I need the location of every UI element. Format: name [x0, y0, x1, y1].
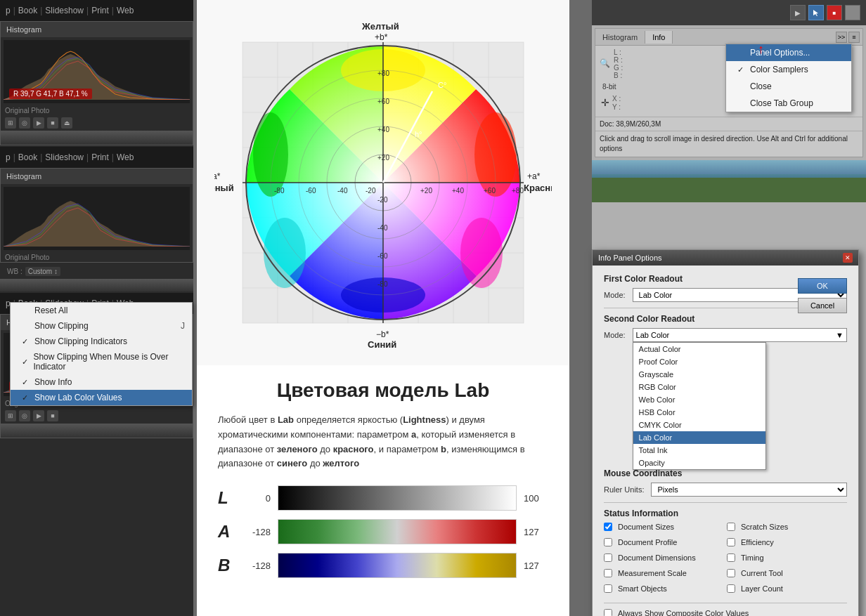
cb-doc-sizes-input[interactable] [604, 523, 612, 531]
nav-item-p2[interactable]: p [6, 152, 11, 162]
cb-scratch-sizes-label: Scratch Sizes [741, 523, 788, 531]
play-icon[interactable]: ▶ [33, 117, 44, 129]
cancel-button[interactable]: Cancel [798, 298, 847, 313]
menu-close[interactable]: Close [726, 78, 851, 95]
left-panel: p | Book | Slideshow | Print | Web Histo… [0, 0, 193, 616]
option-hsb-color[interactable]: HSB Color [633, 406, 765, 419]
cb-current-tool-input[interactable] [727, 569, 735, 577]
lab-track-B [278, 553, 517, 578]
cb-timing: Timing [727, 553, 847, 562]
minimize-btn-1[interactable] [156, 25, 164, 34]
play-tool-icon[interactable]: ▶ [790, 5, 806, 20]
ps-tab-menu[interactable]: ≡ [848, 32, 860, 43]
nav-item-book2[interactable]: Book [18, 152, 37, 162]
menu-panel-options[interactable]: Panel Options... [726, 44, 851, 61]
cb-doc-profile-input[interactable] [604, 538, 612, 546]
cb-smart-objects-input[interactable] [604, 584, 612, 593]
win-cls-3[interactable] [181, 426, 190, 435]
nav-item-web2[interactable]: Web [117, 152, 134, 162]
option-web-color[interactable]: Web Color [633, 393, 765, 406]
menu-reset-all[interactable]: Reset All [11, 303, 192, 318]
win-min-1[interactable] [162, 133, 170, 142]
play-icon-3[interactable]: ▶ [33, 410, 44, 421]
nav-item-p[interactable]: p [6, 6, 11, 15]
win-min-2[interactable] [162, 281, 171, 289]
menu-show-clipping-mouse[interactable]: ✓ Show Clipping When Mouse is Over Indic… [11, 349, 192, 374]
dialog-close-button[interactable]: ✕ [843, 253, 853, 263]
ps-tab-more[interactable]: >> [836, 32, 847, 43]
cb-layer-count-input[interactable] [727, 584, 735, 593]
cb-efficiency-input[interactable] [727, 538, 735, 546]
menu-color-samplers[interactable]: ✓ Color Samplers [726, 61, 851, 78]
second-mode-dropdown[interactable]: Lab Color ▼ [633, 328, 847, 342]
cb-layer-count: Layer Count [727, 584, 847, 593]
lab-text: Любой цвет в Lab определяется яркостью (… [218, 413, 548, 471]
cb-doc-dimensions-input[interactable] [604, 553, 612, 562]
menu-show-clipping[interactable]: Show Clipping J [11, 318, 192, 334]
svg-text:-80: -80 [377, 280, 388, 288]
l-label: L : [614, 48, 621, 56]
circle-dot-icon[interactable]: ◎ [19, 117, 30, 129]
svg-text:-80: -80 [274, 187, 285, 195]
minimize-btn-2[interactable] [159, 172, 167, 181]
ok-button[interactable]: OK [798, 278, 847, 294]
option-total-ink[interactable]: Total Ink [633, 444, 765, 457]
wb-value[interactable]: Custom ↕ [25, 267, 60, 276]
ruler-units-select[interactable]: Pixels [651, 483, 847, 497]
win-res-1[interactable] [172, 133, 180, 142]
win-min-3[interactable] [162, 426, 170, 435]
menu-show-lab[interactable]: ✓ Show Lab Color Values [11, 390, 192, 405]
stop-icon[interactable]: ■ [47, 117, 58, 129]
nav-item-web[interactable]: Web [117, 6, 134, 15]
option-rgb-color[interactable]: RGB Color [633, 381, 765, 393]
tab-info[interactable]: Info [645, 31, 673, 44]
eject-icon[interactable]: ⏏ [61, 117, 72, 129]
nav-item-slideshow-2[interactable]: Slideshow [45, 152, 84, 162]
option-cmyk-color[interactable]: CMYK Color [633, 419, 765, 431]
option-proof-color[interactable]: Proof Color [633, 355, 765, 368]
option-actual-color[interactable]: Actual Color [633, 343, 765, 355]
nav-item-print[interactable]: Print [91, 6, 109, 15]
nav-item-print2[interactable]: Print [91, 152, 109, 162]
cb-measurement-scale: Measurement Scale [604, 569, 724, 577]
color-samplers-label: Color Samplers [750, 65, 808, 74]
grid-icon-3[interactable]: ⊞ [5, 410, 16, 421]
restore-btn-1[interactable] [166, 25, 174, 34]
restore-btn-2[interactable] [169, 172, 177, 181]
menu-show-info[interactable]: ✓ Show Info [11, 374, 192, 390]
option-grayscale[interactable]: Grayscale [633, 368, 765, 381]
cb-scratch-sizes-input[interactable] [727, 523, 735, 531]
cb-timing-input[interactable] [727, 553, 735, 562]
circle-dot-icon-3[interactable]: ◎ [19, 410, 30, 421]
menu-show-clipping-indicators[interactable]: ✓ Show Clipping Indicators [11, 334, 192, 349]
cb-measurement-scale-input[interactable] [604, 569, 612, 577]
close-label: Close [750, 81, 772, 91]
cursor-tool-icon[interactable] [808, 5, 824, 20]
ruler-units-row: Ruler Units: Pixels [604, 483, 847, 497]
stop-icon-3[interactable]: ■ [47, 410, 58, 421]
grid-icon[interactable]: ⊞ [5, 117, 16, 129]
svg-rect-62 [592, 174, 866, 202]
close-btn-1[interactable] [176, 25, 184, 34]
win-res-3[interactable] [172, 426, 180, 435]
svg-text:−a*: −a* [214, 171, 221, 181]
option-lab-color[interactable]: Lab Color [633, 431, 765, 444]
option-opacity[interactable]: Opacity [633, 457, 765, 469]
red-square-icon[interactable]: ■ [827, 5, 842, 20]
win-cls-2[interactable] [182, 281, 190, 289]
close-btn-2[interactable] [179, 172, 187, 181]
first-mode-label: Mode: [604, 291, 626, 299]
svg-text:Синий: Синий [368, 339, 396, 350]
gray-square-icon[interactable] [845, 5, 860, 20]
original-photo-label-1: Original Photo [1, 106, 193, 115]
panel-header-2: Histogram [1, 169, 193, 184]
small-controls-3: ⊞ ◎ ▶ ■ [1, 408, 193, 424]
nav-item-book[interactable]: Book [18, 6, 37, 15]
nav-item-slideshow-1[interactable]: Slideshow [45, 6, 84, 15]
win-cls-1[interactable] [181, 133, 190, 142]
menu-close-tab-group[interactable]: Close Tab Group [726, 95, 851, 112]
tab-histogram[interactable]: Histogram [595, 31, 645, 44]
cb-always-show-input[interactable] [604, 609, 612, 616]
win-res-2[interactable] [172, 281, 181, 289]
nav-bar-1: p | Book | Slideshow | Print | Web [0, 0, 193, 21]
